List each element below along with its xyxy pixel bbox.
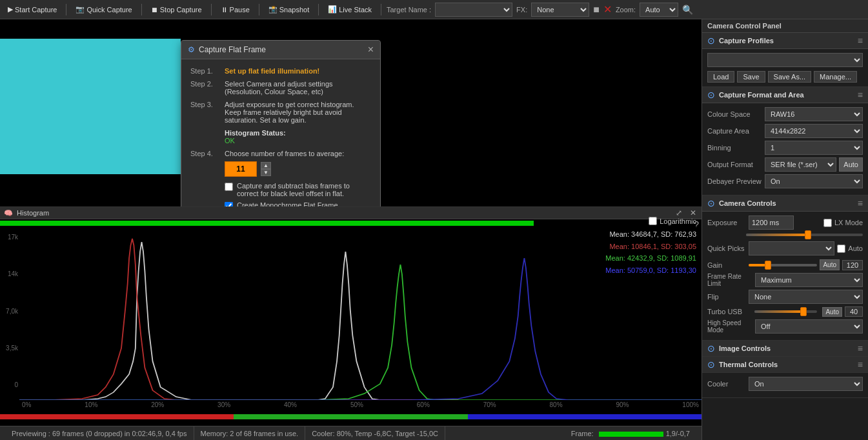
quick-picks-select[interactable] (749, 241, 834, 255)
capture-profiles-header[interactable]: ⊙ Capture Profiles ≡ (702, 33, 868, 49)
preview-area: ⚙ Capture Flat Frame × Step 1. Set up fl… (0, 19, 701, 440)
frames-input-row: 11 ▲ ▼ (225, 161, 371, 177)
spin-up-btn[interactable]: ▲ (261, 162, 271, 169)
histogram-area: 🧠 Histogram ⤢ ✕ ? Loga (0, 206, 701, 426)
bias-checkbox[interactable] (225, 183, 233, 191)
profile-dropdown-row (707, 53, 863, 67)
quick-icon: 📷 (76, 5, 85, 14)
save-as-btn[interactable]: Save As... (768, 71, 812, 83)
histogram-close-btn[interactable]: ✕ (689, 208, 698, 217)
main-layout: ⚙ Capture Flat Frame × Step 1. Set up fl… (0, 19, 868, 440)
stop-capture-btn[interactable]: ⏹ Stop Capture (147, 5, 206, 15)
exposure-row: Exposure 1200 ms LX Mode (707, 215, 863, 230)
blue-bar (468, 414, 701, 419)
start-capture-btn[interactable]: ▶ Start Capture (4, 4, 61, 15)
log-check-row: Logarithmic (649, 217, 696, 225)
gain-slider[interactable] (749, 264, 817, 266)
sep3 (211, 4, 212, 15)
cooler-select[interactable]: On (749, 377, 863, 391)
exposure-input[interactable]: 1200 ms (749, 215, 794, 230)
sep4 (259, 4, 259, 15)
zoom-label: Zoom: (616, 6, 636, 14)
image-controls-header[interactable]: ⊙ Image Controls ≡ (702, 341, 868, 357)
quick-capture-btn[interactable]: 📷 Quick Capture (72, 4, 136, 15)
frames-spinbox[interactable]: 11 (225, 161, 257, 177)
pause-btn[interactable]: ⏸ Pause (217, 5, 254, 15)
spin-down-btn[interactable]: ▼ (261, 169, 271, 176)
colour-space-row: Colour Space RAW16 (707, 107, 863, 121)
toolbar: ▶ Start Capture 📷 Quick Capture ⏹ Stop C… (0, 0, 868, 19)
manage-btn[interactable]: Manage... (814, 71, 857, 83)
turbo-auto-btn[interactable]: Auto (822, 307, 842, 317)
sep2 (141, 4, 142, 15)
profile-select[interactable] (707, 53, 863, 67)
load-btn[interactable]: Load (707, 71, 734, 83)
histogram-status-val: OK (225, 137, 235, 145)
spinbox-arrows: ▲ ▼ (261, 162, 271, 176)
histogram-canvas: Logarithmic Mean: 34684,7, SD: 762,93 Me… (0, 227, 701, 414)
collapse-icon4: ⊙ (707, 343, 715, 354)
capture-area-select[interactable]: 4144x2822 (765, 124, 863, 138)
frame-progress-bar (599, 432, 663, 437)
frame-rate-select[interactable]: Maximum (755, 273, 863, 287)
snapshot-btn[interactable]: 📸 Snapshot (265, 4, 313, 15)
gain-value-input[interactable]: 120 (842, 260, 863, 270)
histogram-header: 🧠 Histogram ⤢ ✕ (0, 207, 701, 219)
lx-mode-label: LX Mode (834, 219, 863, 226)
gain-auto-btn[interactable]: Auto (820, 259, 840, 270)
output-auto-btn[interactable]: Auto (839, 157, 863, 172)
quick-picks-label: Quick Picks (707, 245, 746, 252)
debayer-select[interactable]: On (765, 174, 863, 188)
color-btn[interactable]: ■ (593, 4, 600, 15)
dialog-icon: ⚙ (188, 45, 195, 54)
section-menu-icon3[interactable]: ≡ (858, 198, 863, 208)
dialog-close-btn[interactable]: × (368, 45, 374, 55)
debayer-row: Debayer Preview On (707, 174, 863, 188)
target-name-label: Target Name : (387, 6, 431, 14)
status-cooler: Cooler: 80%, Temp -6,8C, Target -15,0C (305, 426, 445, 440)
fx-select[interactable]: None (531, 3, 589, 17)
flip-select[interactable]: None (749, 290, 863, 304)
green-preview-bar (0, 221, 534, 226)
section-menu-icon5[interactable]: ≡ (858, 359, 863, 370)
turbo-slider[interactable] (754, 310, 817, 313)
zoom-icon[interactable]: 🔍 (682, 5, 693, 15)
sep6 (381, 4, 381, 15)
binning-select[interactable]: 1 (765, 141, 863, 155)
collapse-icon2: ⊙ (707, 90, 715, 100)
histogram-expand-btn[interactable]: ⤢ (674, 208, 683, 217)
logarithmic-checkbox[interactable] (649, 217, 657, 225)
canvas-area[interactable]: ⚙ Capture Flat Frame × Step 1. Set up fl… (0, 19, 701, 206)
thermal-controls-body: Cooler On (702, 373, 868, 398)
output-format-select[interactable]: SER file (*.ser) (765, 157, 836, 172)
section-menu-icon2[interactable]: ≡ (858, 90, 863, 100)
camera-controls-header[interactable]: ⊙ Camera Controls ≡ (702, 195, 868, 212)
live-stack-btn[interactable]: 📊 Live Stack (324, 4, 376, 15)
hsm-row: High Speed Mode Off (707, 319, 863, 334)
capture-format-header[interactable]: ⊙ Capture Format and Area ≡ (702, 87, 868, 103)
monochrome-checkbox[interactable] (225, 202, 233, 206)
auto-label: Auto (848, 245, 863, 252)
histogram-title: Histogram (17, 209, 49, 217)
hsm-select[interactable]: Off (755, 319, 863, 334)
colour-space-select[interactable]: RAW16 (765, 107, 863, 121)
zoom-select[interactable]: Auto (640, 3, 678, 17)
exposure-slider[interactable] (746, 234, 863, 236)
lx-mode-checkbox[interactable] (823, 219, 832, 227)
turbo-val-input[interactable]: 40 (845, 306, 863, 317)
output-format-row: Output Format SER file (*.ser) Auto (707, 157, 863, 172)
save-btn[interactable]: Save (737, 71, 765, 83)
turbo-row: Turbo USB Auto 40 (707, 306, 863, 317)
dialog-title-bar: ⚙ Capture Flat Frame × (181, 41, 380, 59)
thermal-controls-header[interactable]: ⊙ Thermal Controls ≡ (702, 357, 868, 373)
section-menu-icon[interactable]: ≡ (858, 35, 863, 46)
frame-rate-row: Frame Rate Limit Maximum (707, 273, 863, 287)
auto-checkbox[interactable] (837, 245, 845, 253)
target-name-select[interactable] (435, 3, 512, 17)
frame-progress (596, 430, 666, 437)
close-btn[interactable]: ✕ (603, 3, 612, 15)
status-preview: Previewing : 69 frames (0 dropped) in 0:… (5, 426, 194, 440)
logarithmic-label: Logarithmic (660, 217, 696, 225)
step1-row: Step 1. Set up flat field illumination! (190, 67, 371, 75)
section-menu-icon4[interactable]: ≡ (858, 343, 863, 354)
